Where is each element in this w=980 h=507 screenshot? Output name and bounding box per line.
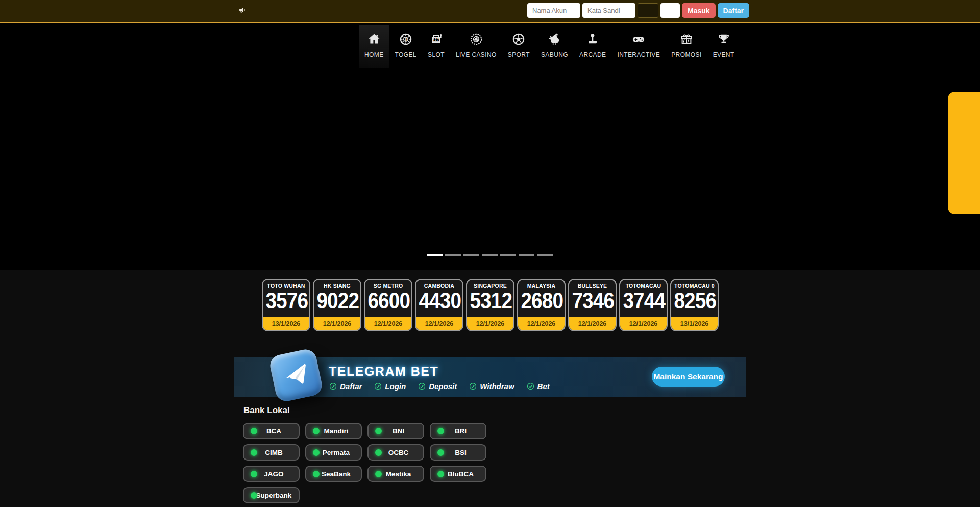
bank-button-permata[interactable]: Permata <box>305 444 362 461</box>
result-date: 12/1/2026 <box>620 317 667 330</box>
login-button[interactable]: Masuk <box>682 3 716 18</box>
telegram-banner: TELEGRAM BET Daftar Login Deposit Withdr… <box>234 357 746 397</box>
nav-label: INTERACTIVE <box>617 51 660 58</box>
check-icon <box>329 382 337 390</box>
result-date: 13/1/2026 <box>671 317 718 330</box>
nav-item-sport[interactable]: SPORT <box>502 25 535 68</box>
status-dot <box>251 449 257 456</box>
carousel-indicators <box>427 254 553 256</box>
nav-label: PROMOSI <box>671 51 701 58</box>
result-card[interactable]: CAMBODIA 4430 12/1/2026 <box>415 279 463 331</box>
result-card[interactable]: SINGAPORE 5312 12/1/2026 <box>466 279 514 331</box>
bank-label: Mandiri <box>318 427 348 435</box>
nav-label: HOME <box>364 51 384 58</box>
feature-label: Deposit <box>429 382 457 391</box>
feature-label: Withdraw <box>480 382 514 391</box>
bank-button-superbank[interactable]: Superbank <box>243 487 300 503</box>
nav-item-live-casino[interactable]: LIVE CASINO <box>450 25 502 68</box>
result-date: 12/1/2026 <box>416 317 462 330</box>
status-dot <box>313 449 320 456</box>
result-card[interactable]: TOTOMACAU 3744 12/1/2026 <box>619 279 668 331</box>
nav-label: EVENT <box>713 51 734 58</box>
carousel-dot[interactable] <box>537 254 553 256</box>
result-card[interactable]: TOTO WUHAN 3576 13/1/2026 <box>262 279 310 331</box>
bank-button-seabank[interactable]: SeaBank <box>305 466 362 482</box>
feature-label: Bet <box>537 382 550 391</box>
register-button[interactable]: Daftar <box>718 3 749 18</box>
feature-label: Daftar <box>340 382 362 391</box>
result-number: 3576 <box>265 289 306 312</box>
topbar: Masuk Daftar <box>0 0 980 23</box>
bank-button-bri[interactable]: BRI <box>430 423 486 439</box>
nav-item-event[interactable]: EVENT <box>707 25 740 68</box>
nav-item-interactive[interactable]: INTERACTIVE <box>611 25 666 68</box>
bank-label: BCA <box>261 427 281 435</box>
bank-label: OCBC <box>383 449 409 456</box>
bank-button-jago[interactable]: JAGO <box>243 466 300 482</box>
svg-text:777: 777 <box>432 38 439 41</box>
bank-label: Mestika <box>381 470 411 478</box>
bank-button-bsi[interactable]: BSI <box>430 444 486 461</box>
banner-title: TELEGRAM BET <box>329 364 438 379</box>
bank-button-bni[interactable]: BNI <box>368 423 424 439</box>
event-trophy-icon <box>717 32 731 46</box>
bank-button-ocbc[interactable]: OCBC <box>368 444 424 461</box>
result-number: 3744 <box>623 289 664 312</box>
feature-item: Bet <box>527 382 550 391</box>
password-input[interactable] <box>582 3 635 18</box>
bank-section-heading: Bank Lokal <box>243 405 290 416</box>
sabung-rooster-icon <box>547 32 561 46</box>
arcade-joystick-icon <box>585 32 600 46</box>
promosi-gift-icon <box>679 32 694 46</box>
bank-button-mandiri[interactable]: Mandiri <box>305 423 362 439</box>
bank-label: JAGO <box>259 470 283 478</box>
result-number: 9022 <box>316 289 357 312</box>
login-area: Masuk Daftar <box>527 3 749 18</box>
bank-button-mestika[interactable]: Mestika <box>368 466 424 482</box>
result-card[interactable]: MALAYSIA 2680 12/1/2026 <box>517 279 566 331</box>
status-dot <box>437 449 444 456</box>
megaphone-icon <box>238 6 247 15</box>
result-date: 13/1/2026 <box>263 317 309 330</box>
nav-item-sabung[interactable]: SABUNG <box>535 25 574 68</box>
main-nav: HOME 8 TOGEL 777 SLOT LIVE CASINO SPORT … <box>359 25 740 68</box>
floating-side-tab[interactable] <box>948 92 980 214</box>
bank-button-bca[interactable]: BCA <box>243 423 300 439</box>
carousel-dot[interactable] <box>519 254 534 256</box>
captcha-image[interactable] <box>638 3 658 18</box>
result-date: 12/1/2026 <box>518 317 565 330</box>
carousel-dot[interactable] <box>427 254 443 256</box>
result-card[interactable]: SG METRO 6600 12/1/2026 <box>364 279 412 331</box>
bank-button-blubca[interactable]: BluBCA <box>430 466 486 482</box>
carousel-dot[interactable] <box>482 254 498 256</box>
result-number: 7346 <box>572 289 612 312</box>
nav-item-slot[interactable]: 777 SLOT <box>422 25 450 68</box>
check-icon <box>469 382 477 390</box>
bank-label: BSI <box>450 449 467 456</box>
feature-item: Login <box>374 382 406 391</box>
nav-item-home[interactable]: HOME <box>359 25 389 68</box>
carousel-dot[interactable] <box>500 254 516 256</box>
result-date: 12/1/2026 <box>365 317 411 330</box>
status-dot <box>313 471 320 477</box>
sport-icon <box>511 32 526 46</box>
result-number: 2680 <box>521 289 561 312</box>
bank-button-cimb[interactable]: CIMB <box>243 444 300 461</box>
nav-item-arcade[interactable]: ARCADE <box>574 25 611 68</box>
carousel-dot[interactable] <box>445 254 461 256</box>
home-icon <box>367 32 381 46</box>
result-card[interactable]: TOTOMACAU 0 8256 13/1/2026 <box>670 279 719 331</box>
username-input[interactable] <box>527 3 580 18</box>
captcha-input[interactable] <box>660 3 680 18</box>
nav-item-promosi[interactable]: PROMOSI <box>666 25 707 68</box>
result-card[interactable]: BULLSEYE 7346 12/1/2026 <box>568 279 617 331</box>
play-now-button[interactable]: Mainkan Sekarang <box>652 367 725 387</box>
carousel-dot[interactable] <box>463 254 479 256</box>
nav-label: TOGEL <box>395 51 416 58</box>
main-content: TOTO WUHAN 3576 13/1/2026 HK SIANG 9022 … <box>0 270 980 507</box>
status-dot <box>375 449 382 456</box>
nav-item-togel[interactable]: 8 TOGEL <box>389 25 422 68</box>
telegram-icon <box>268 347 324 403</box>
check-icon <box>374 382 382 390</box>
result-card[interactable]: HK SIANG 9022 12/1/2026 <box>313 279 361 331</box>
